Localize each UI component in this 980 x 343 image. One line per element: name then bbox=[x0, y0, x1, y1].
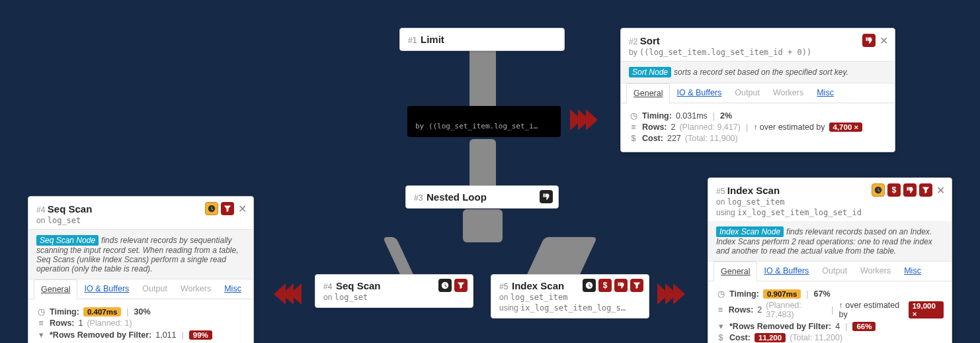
panel-seq-scan: #4 Seq Scan on log_set ✕ Seq Scan Nodefi… bbox=[28, 196, 254, 343]
arrow-right bbox=[574, 109, 598, 130]
panel-title: Seq Scan bbox=[48, 203, 93, 215]
clock-icon bbox=[872, 183, 885, 197]
panel-index-scan: #5 Index Scan on log_set_item using ix_l… bbox=[708, 177, 952, 343]
tab-misc[interactable]: Misc bbox=[810, 83, 840, 103]
tab-output[interactable]: Output bbox=[136, 279, 174, 299]
tabs: General IO & Buffers Output Workers Misc bbox=[28, 279, 253, 299]
tabs: General IO & Buffers Output Workers Misc bbox=[708, 262, 952, 281]
tab-general[interactable]: General bbox=[714, 262, 757, 281]
filter-icon: ▾ bbox=[716, 321, 725, 331]
node-nested-loop[interactable]: #3 Nested Loop bbox=[405, 185, 559, 209]
panel-sort: #2 Sort by ((log_set_item.log_set_item_i… bbox=[620, 28, 895, 152]
dollar-icon: $ bbox=[598, 279, 612, 292]
thumb-down-icon bbox=[548, 110, 555, 118]
tab-general[interactable]: General bbox=[34, 279, 77, 299]
tab-general[interactable]: General bbox=[626, 83, 670, 103]
connector bbox=[470, 139, 496, 192]
rows-icon: ≡ bbox=[716, 305, 725, 315]
filter-icon bbox=[454, 279, 468, 292]
clock-icon bbox=[438, 279, 452, 292]
clock-icon bbox=[205, 202, 218, 215]
node-seq-scan[interactable]: #4 Seq Scan on log_set bbox=[315, 274, 473, 308]
rows-icon: ≡ bbox=[36, 318, 46, 328]
node-type-tag: Sort Node bbox=[629, 67, 671, 77]
filter-icon: ▾ bbox=[36, 330, 46, 340]
thumb-down-icon bbox=[903, 183, 917, 197]
close-icon[interactable]: ✕ bbox=[878, 34, 889, 47]
tab-workers[interactable]: Workers bbox=[766, 83, 810, 103]
close-icon[interactable]: ✕ bbox=[237, 202, 248, 215]
cost-icon: $ bbox=[716, 333, 725, 342]
thumb-down-icon bbox=[862, 34, 876, 47]
node-sort-compact[interactable]: by ((log_set_item.log_set_i… bbox=[407, 106, 561, 137]
tab-output[interactable]: Output bbox=[815, 262, 854, 281]
tab-io[interactable]: IO & Buffers bbox=[757, 262, 815, 281]
clock-icon: ◷ bbox=[36, 307, 46, 317]
thumb-down-icon bbox=[614, 279, 628, 292]
tab-misc[interactable]: Misc bbox=[218, 279, 248, 299]
tab-output[interactable]: Output bbox=[728, 83, 766, 103]
arrow-right bbox=[661, 283, 685, 305]
filter-icon bbox=[221, 202, 234, 215]
node-index-scan[interactable]: #5 Index Scan on log_set_item using ix_l… bbox=[491, 274, 649, 318]
clock-icon bbox=[583, 279, 596, 292]
dollar-icon: $ bbox=[887, 183, 901, 197]
tab-workers[interactable]: Workers bbox=[854, 262, 897, 281]
close-icon[interactable]: ✕ bbox=[935, 183, 946, 197]
filter-icon bbox=[630, 279, 643, 292]
cost-icon: $ bbox=[629, 134, 638, 143]
node-title: Limit bbox=[421, 34, 444, 45]
node-title: Seq Scan bbox=[336, 280, 381, 291]
rows-icon: ≡ bbox=[629, 122, 638, 132]
node-index: #4 bbox=[323, 282, 332, 291]
filter-icon bbox=[919, 183, 932, 197]
node-type-tag: Index Scan Node bbox=[716, 226, 784, 237]
node-limit[interactable]: #1 Limit bbox=[399, 28, 565, 51]
node-index: #3 bbox=[414, 193, 423, 203]
node-index: #1 bbox=[408, 36, 417, 45]
tab-io[interactable]: IO & Buffers bbox=[670, 83, 728, 103]
panel-title: Sort bbox=[640, 35, 660, 46]
panel-title: Index Scan bbox=[727, 185, 780, 196]
thumb-down-icon bbox=[540, 190, 553, 203]
clock-icon: ◷ bbox=[629, 111, 638, 121]
node-title: Index Scan bbox=[512, 280, 564, 291]
tab-misc[interactable]: Misc bbox=[897, 262, 928, 281]
node-title: Nested Loop bbox=[427, 191, 487, 203]
tab-io[interactable]: IO & Buffers bbox=[77, 279, 136, 299]
node-type-tag: Seq Scan Node bbox=[36, 235, 99, 246]
tab-workers[interactable]: Workers bbox=[174, 279, 218, 299]
tabs: General IO & Buffers Output Workers Misc bbox=[621, 83, 895, 103]
clock-icon: ◷ bbox=[716, 289, 725, 299]
node-index: #5 bbox=[499, 282, 508, 291]
connector bbox=[463, 209, 503, 242]
arrow-left bbox=[274, 283, 298, 305]
